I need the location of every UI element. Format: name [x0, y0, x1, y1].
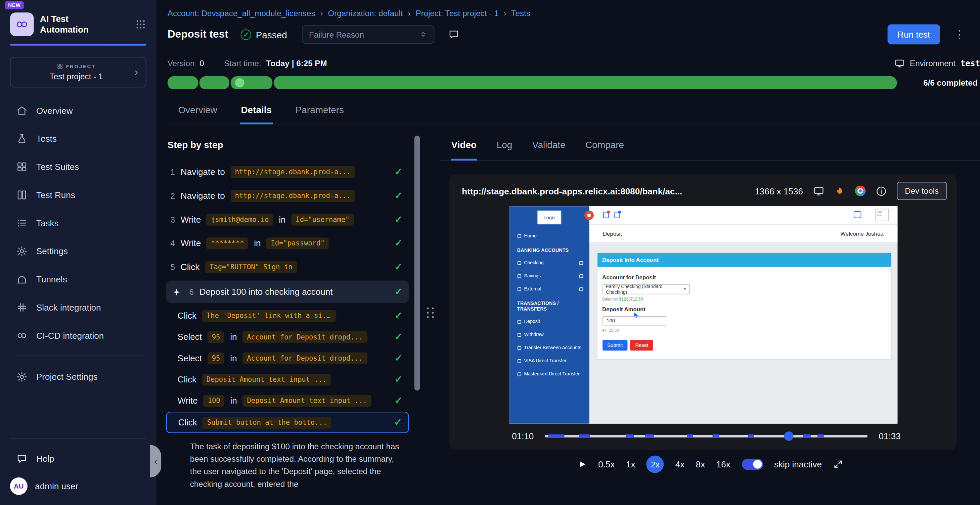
- sidebar-item-test-runs[interactable]: Test Runs: [0, 181, 156, 209]
- sidebar-item-tests[interactable]: Tests: [0, 124, 156, 152]
- start-time-label: Start time:: [224, 59, 261, 68]
- record-indicator-icon: [584, 211, 593, 220]
- run-test-button[interactable]: Run test: [887, 24, 940, 44]
- timeline-marker: [626, 434, 634, 438]
- help-button[interactable]: Help: [0, 445, 156, 472]
- sidebar-item-label: Test Suites: [36, 162, 79, 172]
- sidebar-item-label: Overview: [36, 105, 73, 116]
- sidebar-item-project-settings[interactable]: Project Settings: [0, 362, 156, 391]
- kebab-menu-icon[interactable]: ⋮: [947, 27, 971, 41]
- sidebar-item-tasks[interactable]: Tasks: [0, 209, 156, 237]
- divider: [10, 438, 146, 439]
- speed-16x[interactable]: 16x: [716, 459, 730, 469]
- sidebar-item-tunnels[interactable]: Tunnels: [0, 265, 156, 293]
- scrollbar-thumb[interactable]: [414, 136, 420, 391]
- breadcrumb-separator: ›: [503, 9, 506, 18]
- step-row[interactable]: 3 Write jsmith@demo.io in Id="username" …: [166, 208, 409, 231]
- bank-nav-home: Home: [509, 229, 589, 243]
- monitor-icon[interactable]: [813, 185, 824, 197]
- panel-splitter[interactable]: [421, 124, 440, 505]
- speed-8x[interactable]: 8x: [696, 459, 705, 469]
- project-selector[interactable]: PROJECT Test project - 1 ›: [10, 57, 146, 87]
- tab-overview[interactable]: Overview: [177, 101, 219, 124]
- timeline-marker: [748, 434, 754, 438]
- step-row[interactable]: 4 Write ******** in Id="password" ✓: [166, 231, 409, 255]
- step-action: Select: [178, 353, 202, 363]
- substep-row[interactable]: Write 100 in Deposit Amount text input .…: [166, 390, 409, 411]
- substep-row[interactable]: Click The 'Deposit' link with a si... ✓: [166, 305, 409, 326]
- speed-1x[interactable]: 1x: [626, 459, 635, 469]
- step-row[interactable]: 1 Navigate to http://stage.dbank.prod-a.…: [166, 160, 409, 184]
- tab-validate[interactable]: Validate: [532, 139, 566, 160]
- step-action: Navigate to: [181, 167, 225, 177]
- step-target-chip: Deposit Amount text input ...: [242, 395, 371, 406]
- dev-tools-button[interactable]: Dev tools: [897, 182, 947, 200]
- flask-icon: [16, 133, 27, 144]
- check-circle-icon: ✓: [241, 29, 251, 40]
- bank-card-header: Deposit Into Account: [597, 253, 891, 267]
- tab-parameters[interactable]: Parameters: [294, 101, 345, 124]
- step-target-chip: Tag="BUTTON" Sign in: [205, 261, 297, 273]
- bank-topbar: User ava: [589, 206, 897, 225]
- sidebar-item-label: Tunnels: [36, 274, 67, 284]
- sparkle-icon: [173, 288, 181, 296]
- mouse-pointer-icon: [632, 311, 640, 319]
- timeline-track[interactable]: [545, 435, 867, 437]
- substep-row-selected[interactable]: Click Submit button at the botto... ✓: [166, 412, 409, 433]
- speed-4x[interactable]: 4x: [675, 459, 685, 469]
- grid-icon: [16, 161, 27, 172]
- tab-details[interactable]: Details: [240, 101, 273, 125]
- user-menu[interactable]: AU admin user: [0, 472, 156, 505]
- video-frame[interactable]: Logo Home BANKING ACCOUNTS Checking Savi…: [509, 206, 897, 424]
- app-grid-icon[interactable]: [135, 19, 146, 30]
- skip-inactive-toggle[interactable]: [741, 459, 763, 470]
- info-icon[interactable]: [875, 185, 887, 197]
- failure-reason-select[interactable]: Failure Reason: [302, 25, 435, 44]
- step-group-label: Deposit 100 into checking account: [199, 287, 333, 297]
- brand: AI Test Automation: [0, 0, 156, 44]
- bank-submit-button: Submit: [602, 340, 628, 351]
- step-action: Click: [178, 418, 197, 427]
- step-action: Click: [178, 375, 196, 384]
- progress-bar: 6/6 completed: [168, 76, 980, 89]
- flame-icon[interactable]: [834, 186, 845, 197]
- substep-row[interactable]: Select 95 in Account for Deposit dropd..…: [166, 326, 409, 347]
- version-value: 0: [199, 59, 204, 68]
- speed-0-5x[interactable]: 0.5x: [598, 459, 615, 469]
- tab-video[interactable]: Video: [451, 139, 477, 160]
- substep-row[interactable]: Click Deposit Amount text input ... ✓: [166, 369, 409, 390]
- tab-compare[interactable]: Compare: [585, 139, 624, 160]
- check-icon: ✓: [395, 261, 402, 272]
- sidebar-item-overview[interactable]: Overview: [0, 96, 156, 125]
- step-action: in: [230, 395, 237, 406]
- step-row[interactable]: 5 Click Tag="BUTTON" Sign in ✓: [166, 255, 409, 279]
- app-logo-icon[interactable]: [10, 13, 34, 36]
- breadcrumb-project[interactable]: Project: Test project - 1: [416, 9, 499, 18]
- step-by-step-panel: Step by step 1 Navigate to http://stage.…: [156, 124, 414, 505]
- sidebar-item-label: CI-CD integration: [36, 330, 104, 340]
- bank-section-transactions: TRANSACTIONS / TRANSFERS: [509, 295, 589, 315]
- comment-icon[interactable]: [449, 29, 460, 40]
- step-action: Click: [178, 311, 196, 321]
- sidebar-item-settings[interactable]: Settings: [0, 237, 156, 265]
- check-icon: ✓: [395, 310, 402, 321]
- app-name: AI Test Automation: [40, 14, 129, 35]
- sidebar-item-label: Slack integration: [36, 302, 101, 312]
- sidebar-item-test-suites[interactable]: Test Suites: [0, 152, 156, 181]
- breadcrumb-account[interactable]: Account: Devspace_all_module_licenses: [168, 9, 315, 18]
- speed-2x-active[interactable]: 2x: [646, 456, 664, 473]
- step-group-row[interactable]: 6 Deposit 100 into checking account ✓: [166, 281, 409, 303]
- sidebar-item-cicd-integration[interactable]: CI-CD integration: [0, 321, 156, 349]
- breadcrumb-tests[interactable]: Tests: [511, 9, 530, 18]
- timeline-playhead[interactable]: [784, 432, 793, 441]
- avatar: AU: [10, 478, 27, 495]
- play-icon[interactable]: [577, 459, 587, 469]
- tab-log[interactable]: Log: [497, 139, 512, 160]
- check-icon: ✓: [395, 214, 402, 225]
- step-row[interactable]: 2 Navigate to http://stage.dbank.prod-a.…: [166, 184, 409, 208]
- substep-row[interactable]: Select 95 in Account for Deposit dropd..…: [166, 348, 409, 369]
- sidebar-item-slack-integration[interactable]: Slack integration: [0, 293, 156, 321]
- chrome-icon[interactable]: [855, 186, 865, 197]
- breadcrumb-organization[interactable]: Organization: default: [328, 9, 402, 18]
- fullscreen-icon[interactable]: [833, 459, 843, 469]
